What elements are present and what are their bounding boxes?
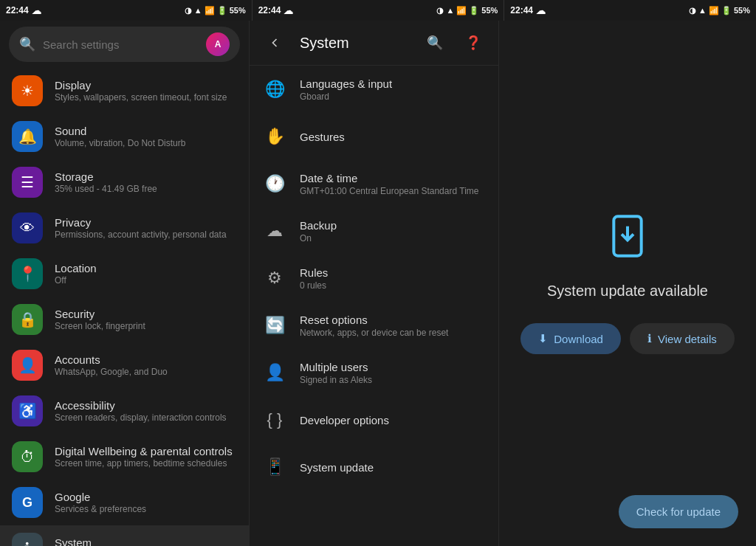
menu-icon-reset: 🔄 <box>261 312 288 339</box>
settings-icon-digital_wellbeing: ⏱ <box>12 441 43 472</box>
menu-icon-languages: 🌐 <box>261 76 288 103</box>
settings-title-accounts: Accounts <box>55 353 237 366</box>
time-right: 22:44 <box>510 5 533 15</box>
menu-item-gestures[interactable]: ✋ Gestures <box>250 113 498 160</box>
menu-item-datetime[interactable]: 🕐 Date & time GMT+01:00 Central European… <box>250 160 498 207</box>
menu-item-rules[interactable]: ⚙ Rules 0 rules <box>250 255 498 302</box>
settings-item-sound[interactable]: 🔔 Sound Volume, vibration, Do Not Distur… <box>0 114 249 159</box>
menu-title-languages: Languages & input <box>300 77 487 90</box>
menu-icon-datetime: 🕐 <box>261 170 288 197</box>
settings-title-display: Display <box>55 79 237 91</box>
settings-subtitle-google: Services & preferences <box>55 504 237 514</box>
help-icon: ❓ <box>465 35 481 51</box>
settings-icon-accessibility: ♿ <box>12 395 43 426</box>
search-button[interactable]: 🔍 <box>422 30 448 56</box>
menu-title-backup: Backup <box>300 219 487 232</box>
settings-item-privacy[interactable]: 👁 Privacy Permissions, account activity,… <box>0 205 249 251</box>
status-bar: 22:44 ☁ ◑ ▲ 📶 🔋 55% 22:44 ☁ ◑ ▲ 📶 🔋 55% … <box>0 0 756 21</box>
settings-item-location[interactable]: 📍 Location Off <box>0 251 249 297</box>
panel-header: System 🔍 ❓ <box>250 21 498 66</box>
panel-title: System <box>300 35 410 52</box>
settings-icon-accounts: 👤 <box>12 350 43 381</box>
settings-subtitle-accessibility: Screen readers, display, interaction con… <box>55 412 237 423</box>
settings-item-accounts[interactable]: 👤 Accounts WhatsApp, Google, and Duo <box>0 342 249 388</box>
settings-panel: 🔍 A ☀ Display Styles, wallpapers, screen… <box>0 21 250 546</box>
download-icon: ⬇ <box>538 332 548 345</box>
settings-title-google: Google <box>55 491 237 503</box>
settings-icon-sound: 🔔 <box>12 121 43 152</box>
settings-subtitle-digital_wellbeing: Screen time, app timers, bedtime schedul… <box>55 458 237 469</box>
status-segment-left: 22:44 ☁ ◑ ▲ 📶 🔋 55% <box>0 0 252 21</box>
system-menu-list: 🌐 Languages & input Gboard ✋ Gestures 🕐 … <box>250 66 498 491</box>
status-icons-left: ◑ ▲ 📶 🔋 55% <box>185 6 246 15</box>
update-panel: System update available ⬇ Download ℹ Vie… <box>499 21 756 546</box>
menu-subtitle-reset: Network, apps, or device can be reset <box>300 328 487 338</box>
search-bar-container[interactable]: 🔍 A <box>9 27 240 62</box>
system-panel: System 🔍 ❓ 🌐 Languages & input Gboard ✋ … <box>250 21 499 546</box>
menu-subtitle-rules: 0 rules <box>300 280 487 291</box>
search-input[interactable] <box>43 38 199 51</box>
menu-title-reset: Reset options <box>300 314 487 326</box>
settings-icon-privacy: 👁 <box>12 212 43 243</box>
check-update-button[interactable]: Check for update <box>619 495 738 528</box>
header-icons: 🔍 ❓ <box>422 30 487 56</box>
settings-subtitle-accounts: WhatsApp, Google, and Duo <box>55 367 237 377</box>
main-content: 🔍 A ☀ Display Styles, wallpapers, screen… <box>0 21 756 546</box>
update-title: System update available <box>547 283 708 300</box>
info-icon: ℹ <box>647 332 652 345</box>
menu-subtitle-languages: Gboard <box>300 91 487 102</box>
download-button[interactable]: ⬇ Download <box>520 323 621 354</box>
menu-subtitle-datetime: GMT+01:00 Central European Standard Time <box>300 186 487 196</box>
menu-subtitle-users: Signed in as Aleks <box>300 375 487 385</box>
settings-title-system: System <box>55 536 237 546</box>
settings-title-sound: Sound <box>55 125 237 137</box>
settings-icon-location: 📍 <box>12 258 43 289</box>
settings-title-location: Location <box>55 262 237 274</box>
settings-title-storage: Storage <box>55 170 237 183</box>
settings-item-accessibility[interactable]: ♿ Accessibility Screen readers, display,… <box>0 388 249 434</box>
settings-item-system[interactable]: ℹ System Languages, gestures, time, back… <box>0 525 249 546</box>
menu-subtitle-backup: On <box>300 233 487 243</box>
menu-icon-users: 👤 <box>261 359 288 386</box>
status-icons-right: ◑ ▲ 📶 🔋 55% <box>689 6 750 15</box>
menu-title-users: Multiple users <box>300 361 487 373</box>
settings-item-security[interactable]: 🔒 Security Screen lock, fingerprint <box>0 297 249 342</box>
settings-subtitle-security: Screen lock, fingerprint <box>55 321 237 331</box>
cloud-icon-left: ☁ <box>32 5 41 16</box>
settings-item-storage[interactable]: ☰ Storage 35% used - 41.49 GB free <box>0 159 249 205</box>
settings-item-display[interactable]: ☀ Display Styles, wallpapers, screen tim… <box>0 68 249 114</box>
status-icons-middle: ◑ ▲ 📶 🔋 55% <box>436 6 498 15</box>
menu-title-datetime: Date & time <box>300 172 487 184</box>
menu-item-languages[interactable]: 🌐 Languages & input Gboard <box>250 66 498 113</box>
view-details-button[interactable]: ℹ View details <box>630 323 735 354</box>
menu-item-backup[interactable]: ☁ Backup On <box>250 207 498 255</box>
update-buttons: ⬇ Download ℹ View details <box>520 323 735 354</box>
search-icon: 🔍 <box>19 36 35 52</box>
menu-title-gestures: Gestures <box>300 131 487 143</box>
settings-subtitle-location: Off <box>55 275 237 286</box>
menu-title-developer: Developer options <box>300 414 487 426</box>
menu-item-system_update[interactable]: 📱 System update <box>250 443 498 491</box>
settings-title-digital_wellbeing: Digital Wellbeing & parental controls <box>55 445 237 457</box>
settings-item-digital_wellbeing[interactable]: ⏱ Digital Wellbeing & parental controls … <box>0 434 249 480</box>
settings-item-google[interactable]: G Google Services & preferences <box>0 480 249 525</box>
settings-title-security: Security <box>55 308 237 320</box>
avatar[interactable]: A <box>206 32 230 56</box>
time-middle: 22:44 <box>258 5 281 15</box>
menu-item-developer[interactable]: { } Developer options <box>250 396 498 443</box>
menu-icon-developer: { } <box>261 407 288 433</box>
status-segment-middle: 22:44 ☁ ◑ ▲ 📶 🔋 55% <box>252 0 505 21</box>
back-button[interactable] <box>261 30 288 56</box>
menu-title-rules: Rules <box>300 266 487 279</box>
search-icon-panel: 🔍 <box>427 35 443 51</box>
settings-icon-display: ☀ <box>12 75 43 106</box>
settings-icon-google: G <box>12 487 43 518</box>
menu-item-users[interactable]: 👤 Multiple users Signed in as Aleks <box>250 349 498 396</box>
menu-icon-rules: ⚙ <box>261 265 288 291</box>
menu-item-reset[interactable]: 🔄 Reset options Network, apps, or device… <box>250 302 498 349</box>
settings-icon-system: ℹ <box>12 533 43 546</box>
menu-icon-backup: ☁ <box>261 218 288 244</box>
settings-subtitle-display: Styles, wallpapers, screen timeout, font… <box>55 92 237 103</box>
settings-icon-security: 🔒 <box>12 304 43 335</box>
help-button[interactable]: ❓ <box>460 30 487 56</box>
